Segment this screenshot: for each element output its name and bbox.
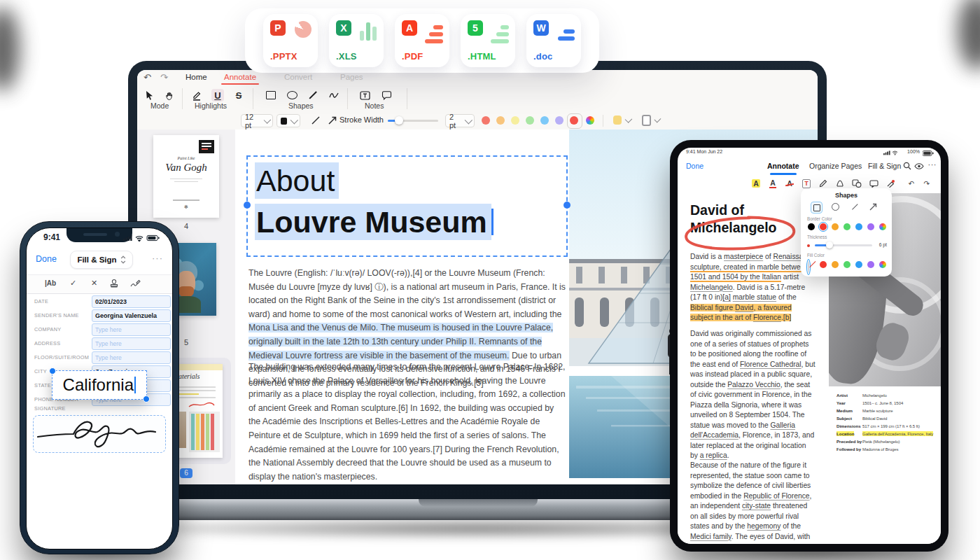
comment-note-icon[interactable] — [380, 89, 393, 102]
sender-name-field[interactable]: Georgina Valenzuela — [92, 309, 171, 322]
fill-none-option-selected[interactable] — [808, 260, 809, 274]
field-label: DATE — [34, 298, 48, 304]
tab-annotate[interactable]: Annotate — [767, 162, 799, 170]
line-tool-icon[interactable] — [311, 115, 321, 125]
more-button[interactable]: ··· — [928, 160, 937, 169]
text-color-dropdown[interactable] — [276, 114, 300, 127]
fill-color-dot[interactable] — [844, 261, 850, 268]
signature-box[interactable] — [33, 415, 166, 453]
stamp-tool-icon[interactable] — [885, 178, 896, 189]
checkmark-tool-icon[interactable]: ✓ — [70, 279, 76, 288]
ellipse-shape-option[interactable] — [830, 202, 841, 212]
title-selection-box[interactable]: About Louvre Museum — [246, 155, 568, 257]
slider-knob[interactable] — [395, 116, 403, 125]
status-time: 9:41 — [43, 232, 60, 242]
background-blob-left — [0, 7, 20, 91]
color-dot[interactable] — [555, 116, 564, 125]
shape-style-dropdown[interactable] — [638, 114, 662, 126]
redo-icon[interactable]: ↷ — [921, 178, 932, 189]
underline-tool-icon[interactable]: U — [211, 89, 224, 102]
strikethrough-tool-icon[interactable]: S — [232, 89, 245, 102]
color-dot[interactable] — [540, 116, 549, 125]
format-label: .XLS — [336, 51, 357, 62]
rectangle-shape-option-selected[interactable] — [811, 202, 822, 214]
cross-tool-icon[interactable]: ✕ — [91, 279, 97, 288]
color-dot-selected[interactable] — [570, 116, 578, 125]
strikethrough-tool-icon[interactable]: A — [784, 178, 795, 189]
pencil-tool-icon[interactable] — [818, 178, 829, 189]
text-field-tool-icon[interactable]: |Ab — [45, 279, 56, 287]
address-field[interactable]: Type here — [92, 337, 171, 350]
cursor-tool-icon[interactable] — [143, 89, 155, 102]
border-color-dot[interactable] — [867, 223, 874, 230]
stamp-tool-icon[interactable] — [109, 279, 119, 288]
shapes-tool-icon[interactable] — [851, 178, 862, 189]
fill-color-dot[interactable] — [832, 261, 839, 268]
stroke-width-slider[interactable] — [388, 120, 438, 122]
freehand-shape-icon[interactable] — [328, 89, 340, 102]
done-button[interactable]: Done — [36, 254, 57, 264]
fill-color-picker-dot[interactable] — [879, 261, 886, 268]
iphone-device: 9:41 Done Fill & Sign ··· |Ab ✓ ✕ — [20, 221, 179, 554]
tab-pages[interactable]: Pages — [340, 73, 363, 81]
fill-color-dot[interactable] — [867, 261, 874, 268]
selection-handle-right[interactable] — [564, 202, 570, 209]
fill-sign-mode-picker[interactable]: Fill & Sign — [70, 251, 133, 269]
font-size-dropdown[interactable]: 12 pt — [241, 114, 273, 127]
selection-handle-left[interactable] — [244, 202, 251, 209]
text-caret — [134, 377, 136, 393]
floor-suite-room-field[interactable]: Type here — [92, 351, 171, 364]
more-button[interactable]: ··· — [152, 253, 163, 263]
highlight-pen-icon[interactable] — [190, 89, 203, 102]
tab-home[interactable]: Home — [186, 73, 207, 81]
hand-tool-icon[interactable] — [162, 89, 175, 102]
color-dot[interactable] — [511, 116, 519, 125]
state-value-overlay[interactable]: California — [52, 370, 147, 400]
done-button[interactable]: Done — [686, 162, 704, 170]
undo-icon[interactable]: ↶ — [144, 72, 151, 83]
tab-annotate[interactable]: Annotate — [224, 73, 256, 81]
status-time-date: 9:41 Mon Jun 22 — [686, 149, 722, 154]
text-box-tool-icon[interactable]: T — [801, 178, 812, 189]
border-color-dot[interactable] — [808, 223, 815, 230]
pen-tool-icon[interactable] — [834, 178, 846, 189]
color-dot[interactable] — [526, 116, 534, 125]
arrow-tool-icon[interactable] — [328, 115, 337, 125]
tab-convert[interactable]: Convert — [284, 73, 312, 81]
date-field[interactable]: 02/01/2023 — [92, 295, 171, 308]
company-field[interactable]: Type here — [92, 323, 171, 336]
border-color-dot[interactable] — [832, 223, 839, 230]
view-eye-icon[interactable] — [914, 163, 924, 169]
arrow-shape-option[interactable] — [868, 202, 878, 212]
selection-handle[interactable] — [49, 368, 56, 374]
text-note-icon[interactable] — [358, 89, 371, 102]
border-color-dot[interactable] — [855, 223, 862, 230]
color-dot[interactable] — [496, 116, 505, 125]
undo-icon[interactable]: ↶ — [906, 178, 917, 189]
color-picker-dot[interactable] — [586, 116, 594, 125]
slider-knob[interactable] — [826, 241, 833, 248]
signature-tool-icon[interactable] — [130, 279, 141, 288]
fill-color-dot[interactable] — [855, 261, 862, 268]
selection-handle[interactable] — [143, 396, 150, 402]
highlighter-tool-icon[interactable]: A — [750, 178, 762, 189]
ellipse-shape-icon[interactable] — [286, 89, 298, 102]
redo-icon[interactable]: ↷ — [160, 72, 168, 83]
border-color-dot[interactable] — [844, 223, 850, 230]
thickness-slider[interactable] — [815, 244, 872, 246]
color-dot[interactable] — [482, 116, 490, 125]
tab-organize-pages[interactable]: Organize Pages — [809, 162, 862, 170]
tab-fill-sign[interactable]: Fill & Sign — [868, 162, 901, 170]
rectangle-shape-icon[interactable] — [265, 89, 277, 102]
search-icon[interactable] — [903, 162, 911, 170]
line-shape-icon[interactable] — [307, 89, 319, 102]
page-thumbnail-4[interactable]: Paint Like Van Gogh ✻ — [153, 135, 219, 218]
highlight-color-dropdown[interactable] — [610, 114, 634, 126]
line-shape-option[interactable] — [850, 202, 860, 212]
border-color-dot-selected[interactable] — [820, 223, 827, 230]
underline-tool-icon[interactable]: A — [767, 178, 778, 189]
comment-tool-icon[interactable] — [868, 178, 879, 189]
border-color-picker-dot[interactable] — [879, 223, 886, 230]
stroke-width-dropdown[interactable]: 2 pt — [445, 114, 475, 127]
fill-color-dot[interactable] — [820, 261, 827, 268]
